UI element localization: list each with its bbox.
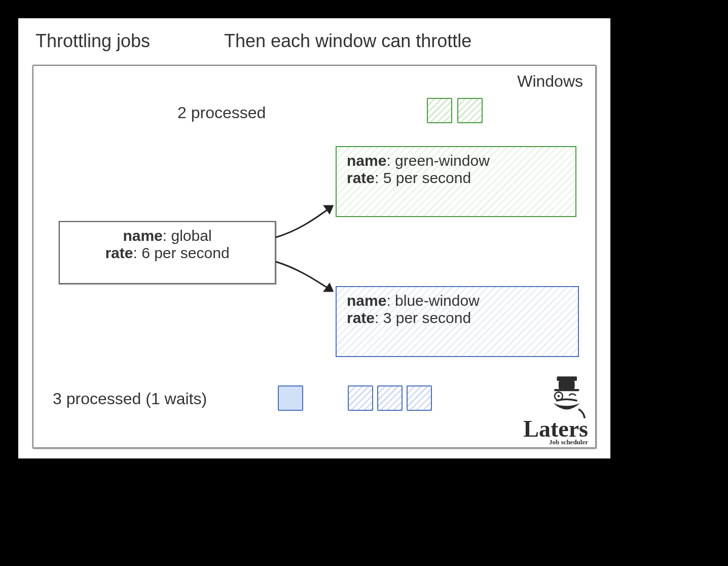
blue-waiting-chip [278, 385, 303, 411]
logo-face-icon [543, 374, 588, 418]
svg-rect-4 [554, 389, 579, 391]
blue-processed-chip [348, 385, 373, 411]
blue-processed-chip [407, 385, 432, 411]
blue-processed-chip [377, 385, 403, 411]
svg-rect-2 [557, 376, 577, 381]
svg-point-6 [558, 395, 560, 397]
logo-brand-text: Laters [487, 418, 588, 439]
svg-rect-3 [559, 381, 575, 389]
svg-marker-0 [324, 206, 333, 213]
diagram-canvas: Throttling jobs Then each window can thr… [18, 18, 610, 458]
laters-logo: Laters Job scheduler [487, 374, 588, 446]
